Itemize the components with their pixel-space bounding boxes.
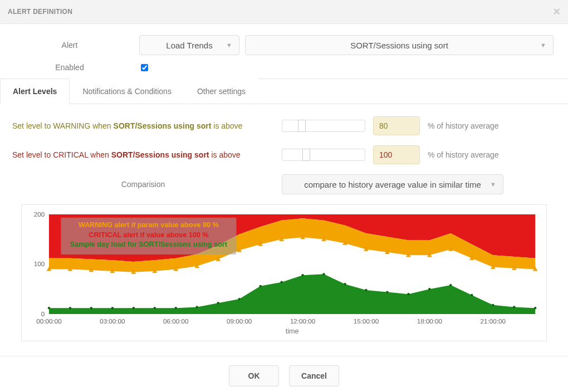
cancel-button[interactable]: Cancel xyxy=(289,365,339,386)
ok-button[interactable]: OK xyxy=(229,365,279,386)
sample-marker xyxy=(386,291,388,293)
tab-notifications[interactable]: Notifications & Conditions xyxy=(70,79,184,104)
y-tick-label: 200 xyxy=(34,210,45,218)
sample-marker xyxy=(69,307,71,309)
sample-marker xyxy=(492,304,494,306)
x-axis-label: time xyxy=(286,327,299,335)
warning-unit: % of history average xyxy=(428,121,499,130)
critical-value-input[interactable]: 100 xyxy=(373,145,420,164)
sample-marker xyxy=(365,289,367,291)
comparison-select[interactable]: compare to history average value in simi… xyxy=(282,174,503,194)
legend-entry: CRITICAL alert if value above 100 % xyxy=(89,231,208,239)
alert-metric-value: SORT/Sessions using sort xyxy=(350,41,448,50)
close-icon[interactable]: × xyxy=(553,4,560,19)
x-tick-label: 09:00:00 xyxy=(227,317,252,325)
comparison-value: compare to history average value in simi… xyxy=(304,180,481,189)
tab-alert-levels[interactable]: Alert Levels xyxy=(0,79,70,104)
tabs: Alert Levels Notifications & Conditions … xyxy=(0,79,568,104)
sample-marker xyxy=(111,307,114,309)
dialog-footer: OK Cancel xyxy=(0,356,568,392)
alert-chart: 010020000:00:0003:00:0006:00:0009:00:001… xyxy=(28,209,540,337)
x-tick-label: 12:00:00 xyxy=(290,317,316,325)
sample-marker xyxy=(449,284,452,286)
comparison-label: Comparision xyxy=(12,180,274,189)
sample-area xyxy=(49,274,535,314)
chevron-down-icon: ▼ xyxy=(226,42,232,48)
dialog-title: ALERT DEFINITION xyxy=(8,8,72,16)
sample-marker xyxy=(259,285,261,287)
sample-marker xyxy=(513,306,515,308)
alert-definition-dialog: ALERT DEFINITION × Alert Load Trends ▼ S… xyxy=(0,0,568,392)
sample-marker xyxy=(175,307,177,309)
x-tick-label: 18:00:00 xyxy=(417,317,443,325)
y-tick-label: 0 xyxy=(41,310,45,317)
sample-marker xyxy=(280,281,282,283)
sample-marker xyxy=(344,283,346,285)
sample-marker xyxy=(154,307,156,309)
x-tick-label: 21:00:00 xyxy=(481,317,506,325)
sample-marker xyxy=(471,294,473,296)
slider-thumb[interactable] xyxy=(302,149,310,161)
sample-marker xyxy=(196,306,198,308)
alert-metric-select[interactable]: SORT/Sessions using sort ▼ xyxy=(245,35,554,55)
alert-category-value: Load Trends xyxy=(166,41,212,50)
alert-category-select[interactable]: Load Trends ▼ xyxy=(139,35,239,55)
critical-slider[interactable] xyxy=(282,149,365,161)
sample-marker xyxy=(90,307,92,309)
chevron-down-icon: ▼ xyxy=(540,42,546,48)
x-tick-label: 06:00:00 xyxy=(163,317,189,325)
enabled-label: Enabled xyxy=(0,63,139,72)
tab-spacer xyxy=(258,79,568,104)
alert-levels-panel: Set level to WARNING when SORT/Sessions … xyxy=(0,104,568,356)
alert-label: Alert xyxy=(0,41,139,50)
enabled-checkbox[interactable] xyxy=(141,64,148,71)
chart-container: 010020000:00:0003:00:0006:00:0009:00:001… xyxy=(21,204,547,341)
form-area: Alert Load Trends ▼ SORT/Sessions using … xyxy=(0,24,568,79)
legend-entry: Sample day load for SORT/Sessions using … xyxy=(70,241,228,248)
y-tick-label: 100 xyxy=(34,260,45,267)
dialog-header: ALERT DEFINITION × xyxy=(0,0,568,24)
sample-marker xyxy=(301,274,303,276)
warning-label: Set level to WARNING when SORT/Sessions … xyxy=(12,121,274,130)
sample-marker xyxy=(534,307,536,309)
tab-other-settings[interactable]: Other settings xyxy=(184,79,258,104)
warning-slider[interactable] xyxy=(282,120,365,132)
sample-marker xyxy=(133,307,135,309)
warning-row: Set level to WARNING when SORT/Sessions … xyxy=(12,116,556,135)
critical-label: Set level to CRITICAL when SORT/Sessions… xyxy=(12,150,274,159)
legend-entry: WARNING alert if param value above 80 % xyxy=(79,221,219,229)
chevron-down-icon: ▼ xyxy=(490,181,496,188)
slider-thumb[interactable] xyxy=(298,120,306,132)
sample-marker xyxy=(428,288,430,290)
warning-value-input[interactable]: 80 xyxy=(373,116,420,135)
x-tick-label: 00:00:00 xyxy=(36,317,62,325)
sample-marker xyxy=(407,293,409,295)
sample-marker xyxy=(322,273,325,275)
sample-marker xyxy=(217,302,219,304)
x-tick-label: 15:00:00 xyxy=(354,317,379,325)
sample-marker xyxy=(238,298,241,300)
critical-unit: % of history average xyxy=(428,150,499,159)
x-tick-label: 03:00:00 xyxy=(100,317,125,325)
sample-marker xyxy=(48,307,50,309)
critical-row: Set level to CRITICAL when SORT/Sessions… xyxy=(12,145,556,164)
comparison-row: Comparision compare to history average v… xyxy=(12,174,556,194)
